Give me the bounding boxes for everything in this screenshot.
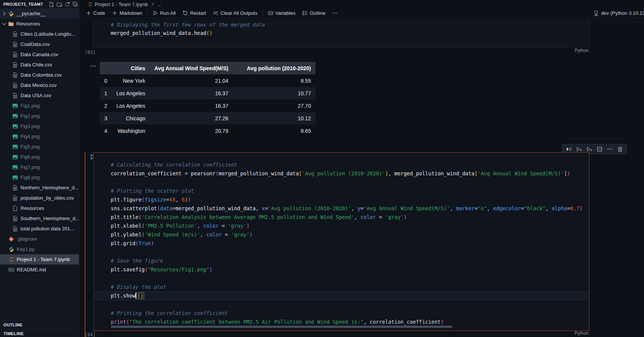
tree-item-southern-hemisphere-d[interactable]: Southern_Hemisphere_d... (0, 213, 79, 224)
code-line[interactable]: # Plotting the scatter plot (94, 187, 589, 195)
tree-item-data-usa-csv[interactable]: Data USA.csv (0, 90, 79, 101)
horizontal-scrollbar[interactable] (111, 326, 452, 328)
tree-item-label: Data Mexico.csv (20, 82, 57, 88)
code-token: # Plotting the scatter plot (111, 188, 194, 194)
markdown-button[interactable]: Markdown (108, 10, 146, 16)
code-token: 'Avg Annual Wind Speed(M/S)' (364, 205, 450, 211)
tree-item-population-by-cities-csv[interactable]: population_by_cities.csv (0, 193, 79, 203)
outline-section-header[interactable]: OUTLINE (0, 320, 79, 329)
tree-item-data-colombia-csv[interactable]: Data Colombia.csv (0, 70, 79, 80)
code-token: "o" (478, 205, 487, 211)
code-line[interactable]: merged_pollution_wind_data.head() (94, 29, 589, 37)
code-token: # Save the figure (111, 258, 163, 264)
collapse-icon[interactable] (72, 2, 78, 7)
code-line[interactable] (94, 178, 589, 187)
code-line[interactable]: # Displaying the first few rows of the m… (94, 20, 589, 29)
image-icon (12, 144, 18, 150)
toolbar-separator (147, 10, 148, 16)
tree-item-total-pollution-data-201[interactable]: total pollution data 201... (0, 224, 79, 234)
delete-icon[interactable] (617, 146, 623, 152)
code-cell-2-editor[interactable]: # Calculating the correlation coefficien… (93, 152, 589, 331)
code-token: = (219, 223, 228, 229)
table-cell: 4 (100, 124, 112, 137)
tree-item-fig4-png[interactable]: Fig4.png (0, 131, 79, 142)
tree-item-fig5-png[interactable]: Fig5.png (0, 142, 79, 152)
code-line-current[interactable]: plt.show() (94, 291, 589, 300)
table-column-header: Avg pollution (2010-2020) (233, 62, 316, 74)
clear-all-outputs-button[interactable]: Clear All Outputs (209, 10, 261, 16)
tree-item-pycache[interactable]: __pycache__ (0, 8, 79, 19)
toolbar-separator (262, 10, 263, 16)
split-cell-icon[interactable] (597, 146, 603, 152)
outline-button[interactable]: Outline (299, 10, 329, 16)
tree-item-readme-md[interactable]: README.md (0, 265, 79, 275)
code-line[interactable]: sns.scatterplot(data=merged_pollution_wi… (94, 204, 589, 213)
code-line[interactable] (94, 300, 589, 309)
cell2-language-label[interactable]: Python (575, 331, 589, 336)
chevron-down-icon (1, 21, 7, 27)
outline-label: OUTLINE (3, 323, 22, 327)
kernel-picker[interactable]: dev (Python 3.10.13 (593, 10, 644, 16)
tree-item-fig3-png[interactable]: Fig3.png (0, 121, 79, 131)
restart-button[interactable]: Restart (179, 10, 209, 16)
tree-item-project-1-team-7-ipynb[interactable]: Project 1 - Team 7.ipynb (0, 254, 79, 265)
breadcrumb-filename[interactable]: Project 1 - Team 7.ipynb (95, 2, 148, 7)
new-file-icon[interactable] (49, 2, 54, 7)
tree-item-gitignore[interactable]: .gitignore (0, 234, 79, 244)
code-button[interactable]: Code (82, 10, 108, 16)
tree-item-cities-latitude-longitu[interactable]: Cities (Latitude-Longitu... (0, 29, 79, 39)
code-line[interactable]: plt.figure(figsize=(8, 6)) (94, 195, 589, 204)
code-line[interactable]: correlation_coefficient = pearsonr(merge… (94, 169, 589, 178)
cell1-language-label[interactable]: Python (575, 48, 589, 53)
run-all-button[interactable]: Run All (149, 10, 179, 16)
code-line[interactable]: plt.xlabel('PM2.5 Pollution', color = 'g… (94, 222, 589, 230)
new-folder-icon[interactable] (57, 2, 62, 7)
code-line[interactable]: # Display the plot (94, 283, 589, 291)
code-cell-1-editor[interactable]: # Displaying the first few rows of the m… (93, 19, 589, 47)
tree-item-fig1-png[interactable]: Fig1.png (0, 101, 79, 111)
code-line[interactable]: # Save the figure (94, 257, 589, 265)
code-line[interactable]: plt.grid(True) (94, 239, 589, 248)
code-token: plt.ylabel (111, 231, 141, 238)
breadcrumb-more[interactable]: ... (157, 2, 161, 7)
code-line[interactable]: print("The correlation coefficient betwe… (94, 318, 589, 326)
output-more-actions-icon[interactable] (90, 63, 97, 68)
table-row: 3Chicago27.2610.12 (100, 112, 316, 124)
more-actions-button[interactable] (329, 10, 341, 16)
toolbar-item-label: Variables (275, 10, 295, 16)
execute-above-icon[interactable] (576, 146, 582, 152)
code-line[interactable]: # Printing the correlation coefficient (94, 309, 589, 318)
code-line[interactable]: plt.ylabel('Wind Speed (m/s)', color = '… (94, 230, 589, 239)
code-token: marker (456, 205, 474, 211)
code-line[interactable]: plt.savefig("Resources/Fig1.png") (94, 265, 589, 274)
timeline-section-header[interactable]: TIMELINE (0, 329, 79, 337)
code-line[interactable] (94, 248, 589, 257)
tree-item-key1-py[interactable]: Key1.py (0, 244, 79, 254)
refresh-icon[interactable] (64, 2, 70, 7)
file-tree: __pycache__ResourcesCities (Latitude-Lon… (0, 8, 79, 275)
tree-item-resources[interactable]: Resources (0, 19, 79, 29)
execute-cell-icon[interactable] (566, 146, 572, 152)
tree-item-fig2-png[interactable]: Fig2.png (0, 111, 79, 121)
tree-item-label: README.md (17, 267, 46, 272)
tree-item-data-chile-csv[interactable]: Data Chile.csv (0, 60, 79, 70)
variables-button[interactable]: Variables (264, 10, 299, 16)
tree-item-fig6-png[interactable]: Fig6.png (0, 152, 79, 162)
tree-item-data-mexico-csv[interactable]: Data Mexico.csv (0, 80, 79, 90)
more-icon[interactable] (607, 146, 613, 152)
tree-item-fig7-png[interactable]: Fig7.png (0, 162, 79, 172)
focused-cell-border (85, 152, 85, 337)
tree-item-coaldata-csv[interactable]: CoalData.csv (0, 39, 79, 49)
tree-item-fig8-png[interactable]: Fig8.png (0, 172, 79, 183)
tree-item-northern-hemisphere-d[interactable]: Northern_Hemisphere_d... (0, 183, 79, 193)
tree-item-resources[interactable]: Resources (0, 203, 79, 213)
code-line[interactable]: # Calculating the correlation coefficien… (94, 161, 589, 169)
execute-below-icon[interactable] (586, 146, 592, 152)
tree-item-data-canada-csv[interactable]: Data Canada.csv (0, 49, 79, 60)
tree-item-label: population_by_cities.csv (20, 195, 74, 201)
code-token: merged_pollution_wind_data (176, 205, 256, 211)
code-line[interactable]: plt.title('Correlation Analysis between … (94, 213, 589, 222)
tree-item-label: Southern_Hemisphere_d... (20, 216, 79, 221)
breadcrumb[interactable]: Project 1 - Team 7.ipynb ... (80, 0, 644, 8)
code-line[interactable] (94, 274, 589, 283)
